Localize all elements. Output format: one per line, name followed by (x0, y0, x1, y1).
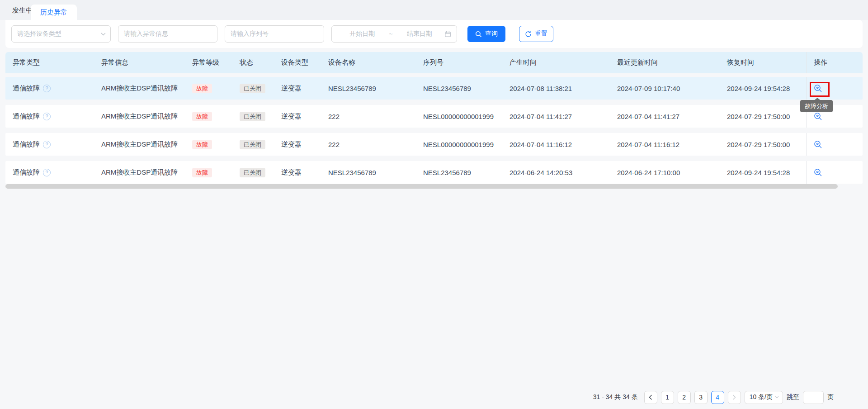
tab-occurring[interactable]: 发生中 (12, 0, 33, 20)
status-badge: 已关闭 (240, 112, 265, 121)
created-time-cell: 2024-06-24 14:20:53 (502, 169, 610, 176)
page-button-1[interactable]: 1 (661, 391, 674, 404)
date-range-picker[interactable]: 开始日期 ~ 结束日期 (331, 25, 457, 43)
device-type-cell: 逆变器 (274, 168, 321, 177)
anomaly-type-cell: 通信故障 (13, 168, 40, 177)
page-size-select[interactable]: 10 条/页 (745, 391, 783, 404)
recovered-time-cell: 2024-09-24 19:54:28 (720, 85, 806, 92)
anomaly-info-input[interactable]: 请输入异常信息 (118, 25, 217, 43)
jump-suffix-label: 页 (827, 393, 834, 401)
start-date-placeholder: 开始日期 (337, 30, 387, 38)
table-row[interactable]: 通信故障? ARM接收主DSP通讯故障 故障 已关闭 逆变器 NESL23456… (5, 161, 863, 184)
prev-page-button[interactable] (644, 391, 657, 404)
jump-prefix-label: 跳至 (787, 393, 799, 401)
col-header-recovered: 恢复时间 (720, 58, 806, 67)
chevron-right-icon (732, 395, 736, 400)
chevron-down-icon (775, 396, 779, 399)
updated-time-cell: 2024-07-04 11:16:12 (610, 141, 720, 148)
created-time-cell: 2024-07-04 11:41:27 (502, 113, 610, 120)
question-circle-icon[interactable]: ? (43, 85, 51, 92)
jump-page-input[interactable] (803, 391, 824, 404)
fault-analysis-icon[interactable] (814, 112, 822, 121)
search-button[interactable]: 查询 (467, 26, 505, 42)
page-button-4-active[interactable]: 4 (711, 391, 724, 404)
anomaly-type-cell: 通信故障 (13, 84, 40, 93)
filter-bar: 请选择设备类型 请输入异常信息 请输入序列号 开始日期 ~ 结束日期 查询 (5, 20, 863, 48)
pagination-total: 31 - 34 共 34 条 (593, 393, 638, 401)
page-button-2[interactable]: 2 (678, 391, 691, 404)
anomaly-info-cell: ARM接收主DSP通讯故障 (94, 112, 185, 121)
anomaly-type-cell: 通信故障 (13, 112, 40, 121)
anomaly-info-cell: ARM接收主DSP通讯故障 (94, 84, 185, 93)
level-badge: 故障 (192, 84, 212, 93)
chevron-left-icon (649, 395, 652, 400)
device-name-cell: NESL23456789 (321, 85, 416, 92)
col-header-operation: 操作 (806, 52, 863, 73)
tab-history[interactable]: 历史异常 (31, 5, 77, 20)
table-row[interactable]: 通信故障? ARM接收主DSP通讯故障 故障 已关闭 逆变器 NESL23456… (5, 77, 863, 100)
device-type-cell: 逆变器 (274, 112, 321, 121)
anomaly-info-cell: ARM接收主DSP通讯故障 (94, 168, 185, 177)
serial-placeholder: 请输入序列号 (231, 30, 269, 38)
search-button-label: 查询 (485, 30, 498, 38)
device-type-cell: 逆变器 (274, 84, 321, 93)
col-header-device-name: 设备名称 (321, 58, 416, 67)
serial-cell: NESL23456789 (416, 169, 502, 176)
anomaly-table: 异常类型 异常信息 异常等级 状态 设备类型 设备名称 序列号 产生时间 最近更… (5, 52, 863, 189)
table-row[interactable]: 通信故障? ARM接收主DSP通讯故障 故障 已关闭 逆变器 222 NESL0… (5, 105, 863, 128)
question-circle-icon[interactable]: ? (43, 141, 51, 148)
anomaly-info-placeholder: 请输入异常信息 (124, 30, 168, 38)
col-header-updated: 最近更新时间 (610, 58, 720, 67)
table-header-row: 异常类型 异常信息 异常等级 状态 设备类型 设备名称 序列号 产生时间 最近更… (5, 52, 863, 73)
tabs-bar: 发生中 历史异常 (0, 0, 868, 20)
recovered-time-cell: 2024-07-29 17:50:00 (720, 141, 806, 148)
table-body: 通信故障? ARM接收主DSP通讯故障 故障 已关闭 逆变器 NESL23456… (5, 77, 863, 184)
updated-time-cell: 2024-07-04 11:41:27 (610, 113, 720, 120)
col-header-type: 异常类型 (5, 58, 94, 67)
recovered-time-cell: 2024-07-29 17:50:00 (720, 113, 806, 120)
col-header-created: 产生时间 (502, 58, 610, 67)
page-size-label: 10 条/页 (750, 393, 773, 401)
chevron-down-icon (101, 33, 106, 36)
fault-analysis-icon[interactable] (814, 168, 822, 177)
tooltip-label: 故障分析 (805, 102, 828, 110)
end-date-placeholder: 结束日期 (395, 30, 444, 38)
device-name-cell: 222 (321, 141, 416, 148)
serial-cell: NESL23456789 (416, 85, 502, 92)
device-type-cell: 逆变器 (274, 140, 321, 149)
pagination: 31 - 34 共 34 条 1 2 3 4 10 条/页 跳至 页 (593, 390, 834, 404)
question-circle-icon[interactable]: ? (43, 169, 51, 176)
question-circle-icon[interactable]: ? (43, 113, 51, 120)
created-time-cell: 2024-07-08 11:38:21 (502, 85, 610, 92)
col-header-device-type: 设备类型 (274, 58, 321, 67)
page-button-3[interactable]: 3 (694, 391, 708, 404)
anomaly-info-cell: ARM接收主DSP通讯故障 (94, 140, 185, 149)
status-badge: 已关闭 (240, 84, 265, 93)
col-header-serial: 序列号 (416, 58, 502, 67)
date-separator: ~ (387, 30, 394, 38)
status-badge: 已关闭 (240, 168, 265, 177)
reset-button[interactable]: 重置 (519, 26, 553, 42)
table-row[interactable]: 通信故障? ARM接收主DSP通讯故障 故障 已关闭 逆变器 222 NESL0… (5, 133, 863, 156)
col-header-status: 状态 (232, 58, 274, 67)
serial-cell: NESL00000000001999 (416, 113, 502, 120)
calendar-icon (444, 31, 451, 38)
updated-time-cell: 2024-07-09 10:17:40 (610, 85, 720, 92)
col-header-info: 异常信息 (94, 58, 185, 67)
level-badge: 故障 (192, 168, 212, 177)
reset-button-label: 重置 (535, 30, 547, 38)
level-badge: 故障 (192, 140, 212, 149)
search-icon (475, 31, 482, 38)
serial-input[interactable]: 请输入序列号 (225, 25, 324, 43)
device-type-placeholder: 请选择设备类型 (17, 30, 61, 38)
device-type-select[interactable]: 请选择设备类型 (11, 25, 111, 43)
device-name-cell: 222 (321, 113, 416, 120)
status-badge: 已关闭 (240, 140, 265, 149)
horizontal-scrollbar[interactable] (5, 184, 838, 189)
fault-analysis-tooltip: 故障分析 (800, 100, 833, 112)
col-header-level: 异常等级 (185, 58, 232, 67)
fault-analysis-icon[interactable] (814, 140, 822, 149)
level-badge: 故障 (192, 112, 212, 121)
next-page-button[interactable] (728, 391, 741, 404)
anomaly-type-cell: 通信故障 (13, 140, 40, 149)
